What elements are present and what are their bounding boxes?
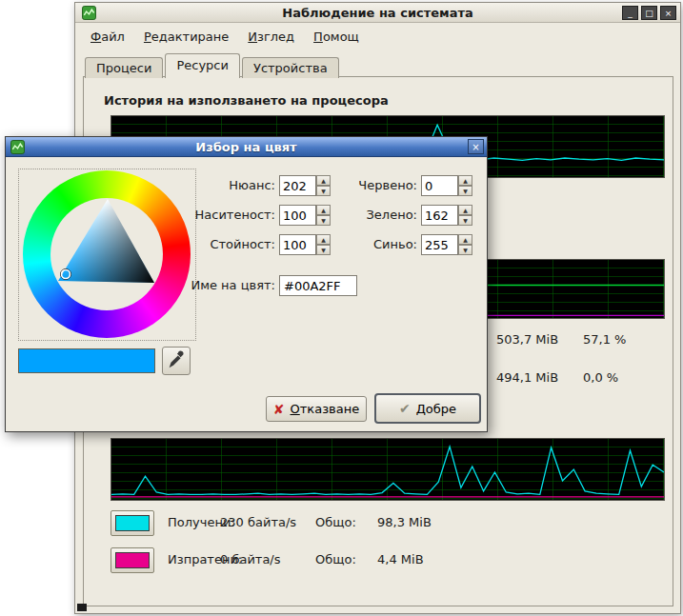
dialog-title: Избор на цвят [6,140,487,154]
value-input[interactable] [279,234,316,255]
color-picker-dialog: Избор на цвят × Нюанс: [5,136,488,432]
swap-total: 494,1 MiB [496,370,558,385]
blue-spin-down-icon[interactable]: ▼ [458,245,472,255]
menubar: Файл Редактиране Изглед Помощ [81,28,369,49]
received-rate: 230 байта/s [220,515,296,529]
hue-spin-up-icon[interactable]: ▲ [316,175,331,186]
ok-button[interactable]: ✔ Добре [374,393,481,424]
blue-input[interactable] [421,234,458,255]
green-spin-up-icon[interactable]: ▲ [458,205,472,215]
saturation-input[interactable] [279,205,316,226]
saturation-spin-up-icon[interactable]: ▲ [316,205,331,215]
eyedropper-icon [166,349,187,370]
tab-devices[interactable]: Устройства [242,57,339,78]
blue-spin-up-icon[interactable]: ▲ [458,234,472,245]
received-total-label: Общо: [315,515,356,529]
cancel-button-label: Отказване [291,402,360,416]
menu-file[interactable]: Файл [81,28,134,49]
memory-percent: 57,1 % [583,332,626,347]
color-preview [18,348,155,373]
window-title: Наблюдение на системата [75,6,680,20]
red-input[interactable] [421,175,458,196]
hue-stepper: ▲▼ [279,175,331,196]
menu-view[interactable]: Изглед [238,28,304,49]
received-total: 98,3 MiB [377,515,432,529]
sent-total: 4,4 MiB [377,552,424,566]
green-input[interactable] [421,205,458,226]
ok-button-label: Добре [416,402,456,416]
tab-processes[interactable]: Процеси [85,57,163,78]
memory-total: 503,7 MiB [496,332,558,347]
saturation-stepper: ▲▼ [279,205,331,226]
saturation-value-triangle[interactable] [23,170,191,338]
value-stepper: ▲▼ [279,234,331,255]
maximize-icon[interactable]: □ [641,6,657,20]
titlebar[interactable]: Наблюдение на системата _ □ × [75,3,680,23]
sent-color-button[interactable] [110,547,154,573]
red-label: Червено: [341,178,417,192]
swap-percent: 0,0 % [583,370,618,385]
sent-total-label: Общо: [315,552,356,566]
close-icon[interactable]: × [660,6,676,20]
blue-stepper: ▲▼ [421,234,472,255]
resize-grip[interactable] [77,604,87,611]
eyedropper-button[interactable] [162,347,191,375]
sent-color-swatch [115,552,150,568]
tab-strip: Процеси Ресурси Устройства [85,53,339,78]
value-spin-down-icon[interactable]: ▼ [316,245,331,255]
network-history-chart [110,438,665,501]
sent-rate: 0 байта/s [220,552,281,566]
tab-resources[interactable]: Ресурси [165,53,240,78]
red-spin-down-icon[interactable]: ▼ [458,186,472,196]
hue-input[interactable] [279,175,316,196]
green-stepper: ▲▼ [421,205,472,226]
received-color-button[interactable] [110,510,154,536]
cancel-button[interactable]: ✘ Отказване [266,396,367,422]
saturation-spin-down-icon[interactable]: ▼ [316,215,331,226]
green-label: Зелено: [341,208,417,222]
green-spin-down-icon[interactable]: ▼ [458,215,472,226]
menu-help[interactable]: Помощ [304,28,369,49]
value-spin-up-icon[interactable]: ▲ [316,234,331,245]
hue-spin-down-icon[interactable]: ▼ [316,186,331,196]
cpu-history-heading: История на използването на процесора [104,93,389,108]
color-wheel[interactable] [18,169,196,341]
cancel-x-icon: ✘ [273,402,285,417]
sent-legend-row: Изпратени: 0 байта/s Общо: 4,4 MiB [110,547,644,574]
received-legend-row: Получени: 230 байта/s Общо: 98,3 MiB [110,510,644,537]
dialog-close-icon[interactable]: × [468,139,484,154]
dialog-titlebar[interactable]: Избор на цвят × [6,137,487,157]
window-controls: _ □ × [622,6,676,20]
desktop: Наблюдение на системата _ □ × Файл Редак… [0,0,683,616]
blue-label: Синьо: [341,237,417,251]
received-color-swatch [115,515,150,531]
red-spin-up-icon[interactable]: ▲ [458,175,472,186]
minimize-icon[interactable]: _ [622,6,638,20]
ok-check-icon: ✔ [399,401,411,416]
menu-edit[interactable]: Редактиране [134,28,238,49]
red-stepper: ▲▼ [421,175,472,196]
color-name-input[interactable] [279,275,357,296]
